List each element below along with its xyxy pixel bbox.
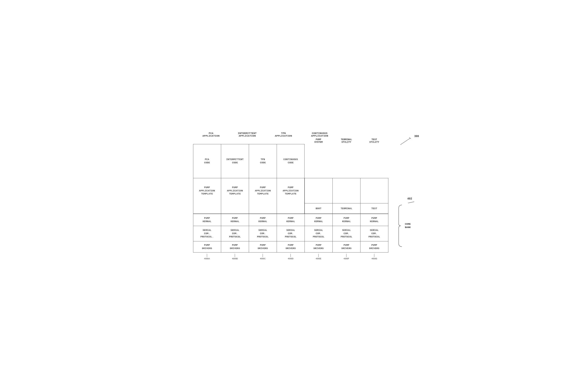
cell-pump-app-3: PUMPAPPLICATIONTEMPLATE xyxy=(249,178,277,203)
top-labels: PCAAPPLICATION INTERMITTENTAPPLICATION T… xyxy=(193,132,388,137)
cell-intermittent-code: INTERMITTENTCODE xyxy=(221,144,249,178)
cell-empty-r1c7 xyxy=(360,144,388,178)
cell-pump-app-4: PUMPAPPLICATIONTEMPLATE xyxy=(277,178,304,203)
cell-kernal-6: PUMPKERNAL xyxy=(332,214,360,226)
cell-serial-3: SERIALCOM.PROTOCOL xyxy=(249,226,277,241)
cell-kernal-3: PUMPKERNAL xyxy=(249,214,277,226)
cell-kernal-1: PUMPKERNAL xyxy=(193,214,221,226)
cell-tpn-code: TPNCODE xyxy=(249,144,277,178)
top-label-pca: PCAAPPLICATION xyxy=(193,132,229,137)
cell-drivers-4: PUMPDRIVERS xyxy=(277,241,304,253)
cell-pca-code: PCACODE xyxy=(193,144,221,178)
cell-continuous-code: CONTINUOUSCODE xyxy=(277,144,304,178)
label-308: 308 xyxy=(414,135,419,138)
bottom-label-400g: 400G xyxy=(360,254,388,260)
cell-empty-r2c5 xyxy=(304,178,332,203)
cell-serial-2: SERIALCOM.PROTOCOL xyxy=(221,226,249,241)
core-bank-brace xyxy=(398,204,404,248)
diagram-wrapper: PCAAPPLICATION INTERMITTENTAPPLICATION T… xyxy=(191,132,388,260)
label-402: 402 xyxy=(407,197,412,200)
main-grid-wrapper: PCACODE INTERMITTENTCODE TPNCODE CONTINU… xyxy=(191,144,388,253)
cell-serial-5: SERIALCOM.PROTOCOL xyxy=(304,226,332,241)
bottom-label-400a: 400A xyxy=(193,254,221,260)
bottom-label-400e: 400E xyxy=(304,254,332,260)
svg-line-0 xyxy=(400,138,410,145)
cell-empty-r3c4 xyxy=(277,203,304,214)
cell-empty-r3c2 xyxy=(221,203,249,214)
bottom-label-400f: 400F xyxy=(332,254,360,260)
cell-test: TEST xyxy=(360,203,388,214)
bottom-label-400d: 400D xyxy=(277,254,304,260)
bottom-labels: 400A 400B 400C 400D 400E 400F 400G xyxy=(193,254,388,260)
cell-serial-1: SERIALCOM.PROTOCOL. xyxy=(193,226,221,241)
cell-pump-app-1: PUMPAPPLICATIONTEMPLATE xyxy=(193,178,221,203)
annotation-402-line xyxy=(408,201,417,203)
cell-serial-4: SERIALCOM.PROTOCOL xyxy=(277,226,304,241)
cell-drivers-1: PUMPDRIVERS xyxy=(193,241,221,253)
cell-kernal-2: PUMPKERNAL xyxy=(221,214,249,226)
cell-kernal-7: PUMPKERNAL xyxy=(360,214,388,226)
cell-empty-r2c6 xyxy=(332,178,360,203)
col-header-test-utility: TESTUTILITY xyxy=(360,138,388,144)
cell-serial-7: SERIALCOM.PROTOCOL xyxy=(360,226,388,241)
cell-boot: BOOT xyxy=(304,203,332,214)
cell-drivers-6: PUMPDRIVERS xyxy=(332,241,360,253)
top-label-continuous: CONTINUOUSAPPLICATION xyxy=(302,132,338,137)
cell-empty-r3c3 xyxy=(249,203,277,214)
cell-terminal: TERMINAL xyxy=(332,203,360,214)
annotation-402-group: 402 COREBANK xyxy=(398,197,417,248)
col-header-pump-system: PUMPSYSTEM xyxy=(304,138,332,144)
cell-kernal-4: PUMPKERNAL xyxy=(277,214,304,226)
bottom-label-400b: 400B xyxy=(221,254,249,260)
annotation-308-line xyxy=(398,137,411,146)
cell-empty-r1c5 xyxy=(304,144,332,178)
bottom-label-400c: 400C xyxy=(249,254,277,260)
cell-drivers-7: PUMPDRIVERS xyxy=(360,241,388,253)
col-header-terminal-utility: TERMINALUTILITY xyxy=(332,138,360,144)
cell-drivers-2: PUMPDRIVERS xyxy=(221,241,249,253)
cell-pump-app-2: PUMPAPPLICATIONTEMPLATE xyxy=(221,178,249,203)
cell-serial-6: SERIALCOM.PROTOCOL xyxy=(332,226,360,241)
diagram-container: PUMPSYSTEM TERMINALUTILITY TESTUTILITY P… xyxy=(191,138,388,260)
svg-line-2 xyxy=(408,202,414,203)
cell-empty-r2c7 xyxy=(360,178,388,203)
top-label-tpn: TPNAPPLICATION xyxy=(266,132,302,137)
cell-kernal-5: PUMPKERNAL xyxy=(304,214,332,226)
cell-empty-r1c6 xyxy=(332,144,360,178)
cell-drivers-3: PUMPDRIVERS xyxy=(249,241,277,253)
cell-empty-r3c1 xyxy=(193,203,221,214)
top-label-intermittent: INTERMITTENTAPPLICATION xyxy=(229,132,266,137)
core-bank-label: COREBANK xyxy=(405,223,411,229)
cell-drivers-5: PUMPDRIVERS xyxy=(304,241,332,253)
